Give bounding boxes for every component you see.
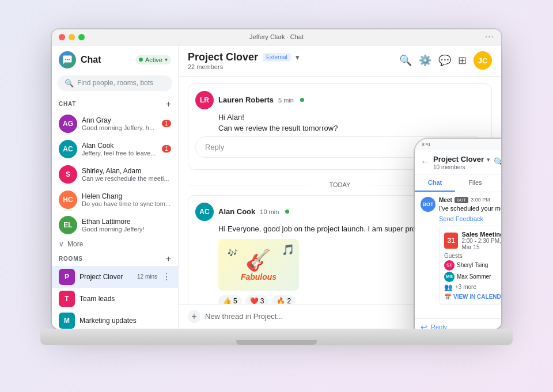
chat-preview: Jeffery, feel free to leave... — [82, 150, 157, 157]
send-feedback-link[interactable]: Send Feedback — [439, 215, 483, 222]
reply-placeholder: Reply — [205, 143, 224, 151]
guest-item: MS Max Sommer — [444, 272, 501, 282]
unread-badge: 1 — [162, 145, 171, 153]
chat-preview: Good morning Jeffery, h... — [82, 124, 157, 131]
tab-files[interactable]: Files — [455, 174, 495, 192]
chat-name: Alan Cook — [82, 142, 157, 150]
chat-preview: Do you have time to sync tom... — [82, 200, 171, 207]
mobile-status-bar: 9:41 ●●● — [415, 139, 501, 150]
search-icon: 🔍 — [65, 79, 74, 87]
room-name: Marketing updates — [79, 317, 171, 325]
settings-icon[interactable]: ⚙️ — [419, 54, 431, 67]
chat-bubble-icon[interactable]: 💬 — [438, 54, 451, 67]
room-name: Team leads — [79, 295, 171, 303]
add-chat-icon[interactable]: + — [166, 99, 171, 109]
maximize-button[interactable] — [78, 34, 85, 40]
reaction-count: 2 — [287, 297, 291, 304]
avatar: AG — [59, 115, 77, 133]
reaction-fire[interactable]: 🔥 2 — [272, 295, 296, 304]
room-icon: P — [59, 269, 75, 285]
meeting-name: Sales Meeting — [461, 231, 501, 238]
chat-name: Ethan Lattimore — [82, 218, 171, 226]
svg-point-2 — [69, 59, 70, 60]
user-avatar[interactable]: JC — [474, 51, 492, 70]
avatar: LR — [195, 91, 214, 109]
chat-info: Ethan Lattimore Good morning Jeffery! — [82, 218, 171, 233]
mobile-room-name: Project Clover — [433, 155, 484, 163]
window-title: Jeffery Clark · Chat — [249, 33, 304, 40]
meeting-time: 2:00 - 2:30 PM, Wed Mar 15 — [461, 238, 501, 250]
view-calendar-link[interactable]: 📅 VIEW IN CALENDAR — [444, 294, 501, 300]
chat-section-header: CHAT + — [52, 96, 178, 111]
mobile-title-bar: ← Project Clover ▾ 10 members 🔍 ⋮ — [415, 150, 501, 174]
bot-name: Meet — [439, 197, 452, 203]
heart-icon: ❤️ — [250, 297, 259, 304]
guest-item: ST Sheryl Tsing — [444, 260, 501, 271]
search-icon[interactable]: 🔍 — [399, 54, 412, 67]
room-title-group: Project Clover External ▾ 22 members — [188, 51, 300, 70]
tab-chat[interactable]: Chat — [415, 174, 455, 192]
add-room-icon[interactable]: + — [166, 254, 171, 264]
message-text: Hi Alan!Can we review the result tomorro… — [195, 112, 484, 134]
sidebar-item-ann-gray[interactable]: AG Ann Gray Good morning Jeffery, h... 1 — [52, 111, 178, 136]
rooms-section-label: ROOMS — [59, 256, 83, 262]
tab-tasks[interactable]: Tasks — [495, 174, 501, 192]
sidebar-item-team-leads[interactable]: T Team leads — [52, 288, 178, 310]
rooms-section-header: ROOMS + — [52, 250, 178, 266]
sidebar-item-alan-cook[interactable]: AC Alan Cook Jeffery, feel free to leave… — [52, 136, 178, 162]
chat-name: Shirley, Alan, Adam — [82, 167, 171, 175]
main-header: Project Clover External ▾ 22 members 🔍 ⚙… — [179, 45, 501, 77]
room-icon: M — [59, 313, 75, 329]
chat-info: Helen Chang Do you have time to sync tom… — [82, 192, 171, 207]
reply-icon: ↩ — [421, 322, 427, 329]
mobile-header-icons: 🔍 ⋮ — [494, 157, 501, 166]
room-time: 12 mins — [137, 273, 157, 280]
sidebar-item-helen-chang[interactable]: HC Helen Chang Do you have time to sync … — [52, 187, 178, 212]
chat-info: Alan Cook Jeffery, feel free to leave... — [82, 142, 157, 157]
reaction-thumbsup[interactable]: 👍 5 — [218, 295, 242, 304]
mobile-room-info: Project Clover ▾ 10 members — [433, 154, 490, 170]
header-actions: 🔍 ⚙️ 💬 ⊞ JC — [399, 51, 492, 70]
chevron-down-icon: ∨ — [59, 240, 64, 248]
chat-name: Helen Chang — [82, 192, 171, 200]
room-options-icon[interactable]: ⋮ — [162, 271, 171, 282]
app-logo — [59, 51, 76, 68]
online-indicator — [285, 210, 289, 214]
sidebar-item-ethan-lattimore[interactable]: EL Ethan Lattimore Good morning Jeffery! — [52, 212, 178, 238]
back-icon[interactable]: ← — [421, 157, 430, 167]
sidebar-item-marketing-updates[interactable]: M Marketing updates — [52, 310, 178, 329]
sidebar-item-project-clover[interactable]: P Project Clover 12 mins ⋮ — [52, 266, 178, 288]
chevron-down-icon: ▾ — [487, 156, 490, 163]
message-author: Lauren Roberts — [218, 96, 274, 104]
minimize-button[interactable] — [69, 34, 75, 40]
calendar-date: 31 — [444, 233, 458, 249]
unread-badge: 1 — [162, 120, 171, 127]
dropdown-chevron-icon[interactable]: ▾ — [296, 53, 300, 62]
page-title: Project Clover — [188, 51, 258, 63]
sidebar-item-shirley-alan-adam[interactable]: S Shirley, Alan, Adam Can we reschedule … — [52, 162, 178, 187]
active-dot — [139, 58, 143, 62]
mobile-reply-bar[interactable]: ↩ Reply — [415, 318, 501, 329]
message-time: 5 min — [278, 97, 294, 104]
chat-info: Shirley, Alan, Adam Can we reschedule th… — [82, 167, 171, 182]
search-bar[interactable]: 🔍 Find people, rooms, bots — [58, 75, 172, 91]
avatar: HC — [59, 191, 77, 209]
active-label: Active — [145, 56, 162, 63]
close-button[interactable] — [59, 34, 65, 40]
window-menu-icon[interactable]: ··· — [485, 32, 494, 42]
room-icon: T — [59, 291, 75, 307]
mobile-device-overlay: 9:41 ●●● ← Project Clover ▾ 10 members 🔍… — [415, 139, 501, 329]
calendar-icon: 📅 — [444, 294, 451, 300]
search-icon[interactable]: 🔍 — [494, 157, 501, 166]
active-status[interactable]: Active ▾ — [135, 55, 171, 64]
svg-point-0 — [65, 59, 66, 60]
message-author: Alan Cook — [218, 207, 255, 216]
more-chats-button[interactable]: ∨ More — [52, 238, 178, 250]
apps-icon[interactable]: ⊞ — [458, 54, 467, 67]
mobile-bot-message: BOT Meet BOT 3:00 PM I've scheduled your… — [421, 197, 501, 305]
more-guests: +3 more — [455, 284, 476, 290]
guest-name: Sheryl Tsing — [457, 262, 488, 268]
reaction-heart[interactable]: ❤️ 3 — [245, 295, 269, 304]
chat-name: Ann Gray — [82, 116, 157, 124]
bot-badge: BOT — [454, 197, 468, 203]
